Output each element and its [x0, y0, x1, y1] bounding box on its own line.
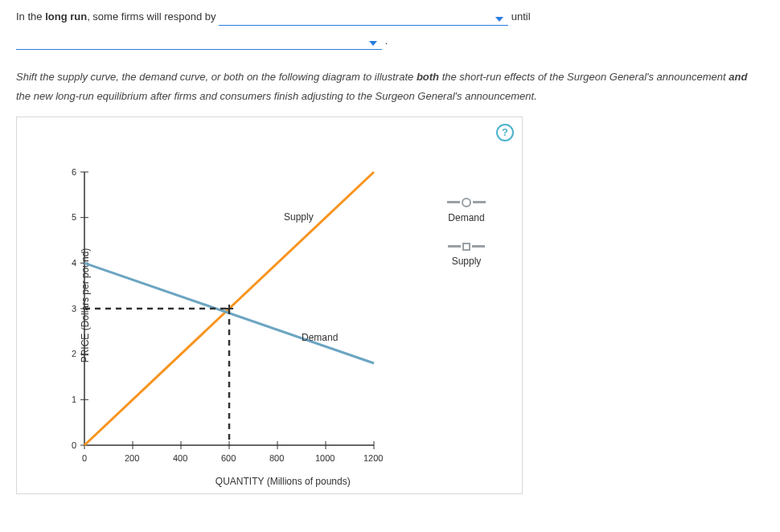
y-tick-2: 2 — [72, 349, 76, 358]
chart-frame: ? PRICE (Dollars per pound) QUANTITY (Mi… — [16, 117, 523, 494]
legend-demand-item[interactable]: Demand — [430, 198, 503, 223]
dropdown-until[interactable] — [16, 34, 382, 50]
y-tick-3: 3 — [72, 304, 76, 313]
legend: Demand Supply — [430, 198, 503, 286]
legend-demand-label: Demand — [430, 212, 503, 223]
x-tick-200: 200 — [125, 453, 139, 463]
demand-line-label: Demand — [302, 332, 338, 343]
question-text-p1: In the — [16, 10, 45, 23]
y-tick-5: 5 — [72, 212, 76, 222]
question-line-1: In the long run, some firms will respond… — [16, 8, 764, 26]
y-tick-6: 6 — [72, 167, 76, 177]
y-tick-4: 4 — [72, 258, 76, 268]
x-tick-0: 0 — [82, 453, 87, 463]
help-button[interactable]: ? — [496, 124, 514, 141]
chevron-down-icon — [369, 41, 377, 46]
x-tick-400: 400 — [173, 453, 187, 463]
x-tick-1200: 1200 — [363, 453, 383, 463]
question-mark-icon: ? — [502, 126, 508, 138]
plot-area[interactable]: Supply Demand 0 1 2 3 4 5 6 0 200 400 60… — [84, 172, 374, 461]
x-tick-600: 600 — [221, 453, 236, 463]
chevron-down-icon — [495, 17, 503, 22]
supply-line-label: Supply — [284, 211, 314, 223]
dropdown-firms-respond[interactable] — [219, 10, 508, 26]
y-tick-1: 1 — [72, 395, 76, 404]
x-tick-1000: 1000 — [315, 453, 335, 463]
question-line-2: . — [16, 32, 764, 50]
question-text-p2: , some firms will respond by — [87, 10, 219, 23]
legend-supply-label: Supply — [430, 256, 503, 267]
question-text-strong: long run — [45, 10, 87, 23]
legend-supply-symbol — [430, 243, 503, 251]
legend-supply-item[interactable]: Supply — [430, 243, 503, 267]
chart-svg: Supply Demand — [84, 172, 374, 461]
y-tick-0: 0 — [72, 440, 76, 450]
question-text-p3: until — [511, 10, 531, 23]
instructions-text: Shift the supply curve, the demand curve… — [16, 68, 764, 105]
question-text-p4: . — [385, 35, 388, 47]
legend-demand-symbol — [430, 198, 503, 207]
x-tick-800: 800 — [269, 453, 284, 463]
x-axis-label: QUANTITY (Millions of pounds) — [216, 476, 351, 487]
